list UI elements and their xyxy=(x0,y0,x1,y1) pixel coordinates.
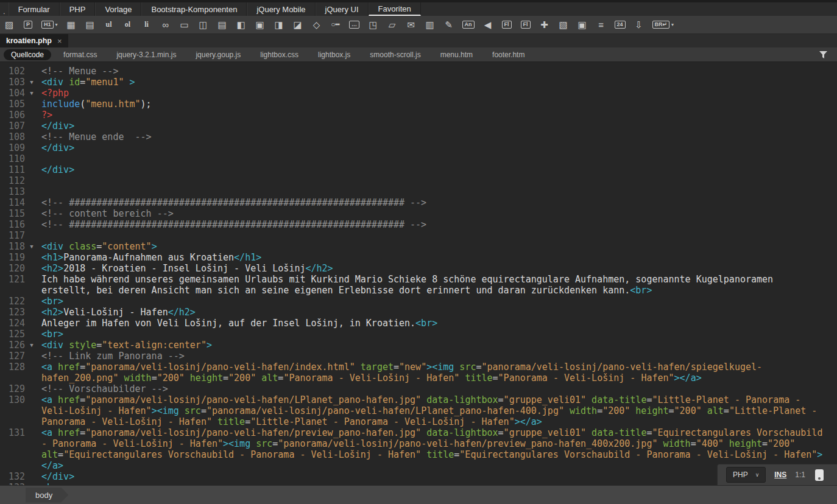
related-file-lightbox-css[interactable]: lightbox.css xyxy=(253,49,306,60)
code-line[interactable]: 110 xyxy=(0,153,837,164)
animate-composition-icon[interactable]: An xyxy=(462,21,475,29)
code-line[interactable]: 126▼<div style="text-align:center"> xyxy=(0,340,837,351)
code-line[interactable]: 103▼<div id="menu1" > xyxy=(0,77,837,88)
related-file-format-css[interactable]: format.css xyxy=(56,49,104,60)
fold-arrow-icon[interactable]: ▼ xyxy=(27,340,37,351)
related-file-jquery-goup-js[interactable]: jquery.goup.js xyxy=(188,49,248,60)
hyperlink-icon[interactable]: ∞ xyxy=(160,20,171,29)
footer-layout-icon[interactable]: ◪ xyxy=(292,20,303,29)
code-line[interactable]: 107</div> xyxy=(0,121,837,131)
video-icon[interactable]: ▥ xyxy=(425,20,436,29)
code-line[interactable]: 109</div> xyxy=(0,142,837,153)
unordered-list-icon[interactable]: ul xyxy=(104,20,115,29)
menu-list-icon[interactable]: ≡ xyxy=(596,20,607,29)
code-line[interactable]: Veli-Lošinj - Hafen"><img src="panorama/… xyxy=(0,405,837,416)
code-line[interactable]: 121Ich habe während unseres gemeinsamen … xyxy=(0,274,837,285)
heading-icon[interactable]: H1▾ xyxy=(41,21,58,29)
code-line[interactable]: 114<!-- ################################… xyxy=(0,197,837,208)
insert-tab-vorlage[interactable]: Vorlage xyxy=(95,2,141,16)
fold-arrow-icon[interactable]: ▼ xyxy=(27,88,37,99)
code-line[interactable]: 130<a href="panorama/veli-losinj/pano-ve… xyxy=(0,394,837,405)
code-line[interactable]: 113 xyxy=(0,186,837,197)
code-line[interactable]: 112 xyxy=(0,175,837,186)
table-icon[interactable]: ▦ xyxy=(66,20,77,29)
code-line[interactable]: hafen_200.png" width="200" height="200" … xyxy=(0,373,837,383)
plugin-icon[interactable]: ✚ xyxy=(539,20,550,29)
insert-tab-formular[interactable]: Formular xyxy=(9,2,60,16)
fold-arrow-icon[interactable]: ▼ xyxy=(27,77,37,88)
split-layout-icon[interactable]: ◨ xyxy=(274,20,284,29)
flash-swf-icon[interactable]: Fl xyxy=(501,21,512,29)
filter-icon[interactable] xyxy=(819,51,827,58)
key-icon[interactable]: ○╍ xyxy=(330,20,341,29)
code-line[interactable]: 122<br> xyxy=(0,296,837,307)
code-line[interactable]: 116<!-- ################################… xyxy=(0,219,837,230)
insert-mode-indicator[interactable]: INS xyxy=(774,469,786,480)
code-line[interactable]: 104▼<?php xyxy=(0,88,837,99)
code-line[interactable]: 131<a href="panorama/veli-losinj/pano-ve… xyxy=(0,427,837,438)
textarea-icon[interactable]: ▤ xyxy=(217,20,228,29)
code-line[interactable]: 106?> xyxy=(0,110,837,121)
code-line[interactable]: 124Anleger im Hafen von Veli Lošinj, auf… xyxy=(0,318,837,329)
live-preview-device-icon[interactable] xyxy=(815,469,824,481)
code-line[interactable]: </a> xyxy=(0,460,837,471)
code-line[interactable]: 129<!-- Vorschaubilder --> xyxy=(0,383,837,394)
related-file-smooth-scroll-js[interactable]: smooth-scroll.js xyxy=(362,49,428,60)
insert-tab-php[interactable]: PHP xyxy=(60,2,96,16)
related-file-footer-htm[interactable]: footer.htm xyxy=(485,49,532,60)
date-icon[interactable]: 24 xyxy=(615,21,626,29)
code-line[interactable]: 128<a href="panorama/veli-losinj/pano-ve… xyxy=(0,362,837,373)
tag-selector-body[interactable]: body xyxy=(26,488,68,503)
ordered-list-icon[interactable]: ol xyxy=(122,20,133,29)
fieldset-icon[interactable]: ▣ xyxy=(255,20,266,29)
edge-animate-icon[interactable]: ✎ xyxy=(443,20,454,29)
iframe-icon[interactable]: ▣ xyxy=(577,20,588,29)
code-line[interactable]: erstellt, bei deren Ansicht man sich an … xyxy=(0,285,837,296)
related-file-menu-htm[interactable]: menu.htm xyxy=(433,49,480,60)
code-line[interactable]: 102<!-- Menue --> xyxy=(0,66,837,77)
list-item-icon[interactable]: li xyxy=(141,20,152,29)
related-file-lightbox-js[interactable]: lightbox.js xyxy=(311,49,358,60)
code-line[interactable]: 108<!-- Menue ende --> xyxy=(0,131,837,142)
code-line[interactable]: 111</div> xyxy=(0,164,837,175)
related-file-jquery-3-2-1-min-js[interactable]: jquery-3.2.1.min.js xyxy=(109,49,183,60)
code-line[interactable]: 115<!-- content bereich --> xyxy=(0,208,837,219)
fluid-grid-icon[interactable]: ◳ xyxy=(368,20,379,29)
code-line[interactable]: 127<!-- Link zum Panorana --> xyxy=(0,351,837,362)
paragraph-icon[interactable]: P xyxy=(23,21,34,29)
comment-icon[interactable]: … xyxy=(349,21,360,29)
code-line[interactable]: 133<br> xyxy=(0,482,837,485)
code-line[interactable]: 105include("menu.htm"); xyxy=(0,99,837,110)
code-line[interactable]: 123<h2>Veli-Lošinj - Hafen</h2> xyxy=(0,307,837,318)
audio-icon[interactable]: ◀ xyxy=(482,20,493,29)
related-file-quellcode[interactable]: Quellcode xyxy=(4,49,51,60)
language-mode-dropdown[interactable]: PHP ∨ xyxy=(726,467,766,483)
code-line[interactable]: 125<br> xyxy=(0,329,837,340)
document-tab[interactable]: kroatien.php × xyxy=(0,34,68,47)
insert-tab-jquery-ui[interactable]: jQuery UI xyxy=(316,2,369,16)
line-break-icon[interactable]: BR↵▾ xyxy=(652,21,674,29)
image-icon[interactable]: ▨ xyxy=(4,20,15,29)
tag-icon[interactable]: ◇ xyxy=(311,20,322,29)
figure-icon[interactable]: ▤ xyxy=(85,20,96,29)
rollover-image-icon[interactable]: ▧ xyxy=(558,20,569,29)
insert-tab-favoriten[interactable]: Favoriten xyxy=(369,2,421,16)
fold-arrow-icon[interactable]: ▼ xyxy=(27,241,37,252)
close-icon[interactable]: × xyxy=(57,37,62,46)
code-editor[interactable]: 102<!-- Menue -->103▼<div id="menu1" >10… xyxy=(0,62,837,485)
code-line[interactable]: 120<h2>2018 - Kroatien - Insel Lošinj - … xyxy=(0,263,837,274)
code-line[interactable]: alt="Equirectangulares Vorschaubild - Pa… xyxy=(0,449,837,460)
flash-video-icon[interactable]: Fl xyxy=(520,21,531,29)
insert-tab-bootstrap-komponenten[interactable]: Bootstrap-Komponenten xyxy=(141,2,247,16)
code-line[interactable]: 132</div> xyxy=(0,471,837,482)
template-icon[interactable]: ▱ xyxy=(387,20,398,29)
download-script-icon[interactable]: ⇩ xyxy=(634,20,645,29)
code-line[interactable]: 117 xyxy=(0,230,837,241)
div-icon[interactable]: ▭ xyxy=(179,20,190,29)
code-line[interactable]: 119<h1>Panorama-Aufnahmen aus Kroatien</… xyxy=(0,252,837,263)
code-line[interactable]: 118▼<div class="content"> xyxy=(0,241,837,252)
code-line[interactable]: Panorama - Veli-Lošinj - Hafen" title="L… xyxy=(0,416,837,427)
input-icon[interactable]: ◫ xyxy=(198,20,209,29)
insert-tab-jquery-mobile[interactable]: jQuery Mobile xyxy=(247,2,315,16)
email-link-icon[interactable]: ✉ xyxy=(406,20,417,29)
